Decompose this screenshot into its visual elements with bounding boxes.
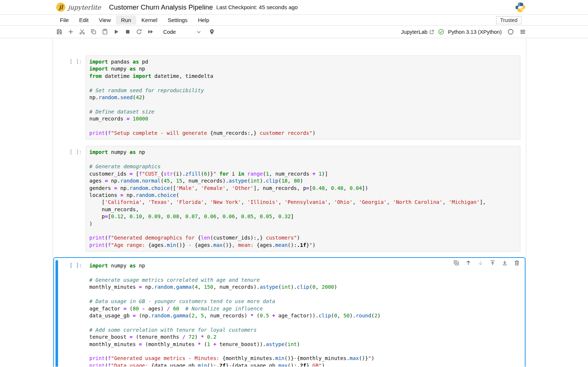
- menu-item-settings[interactable]: Settings: [162, 15, 193, 25]
- kernel-name[interactable]: Python 3.13 (XPython): [448, 29, 502, 35]
- insert-cell-above-button[interactable]: [489, 259, 496, 266]
- duplicate-cell-button[interactable]: [452, 259, 460, 266]
- notebook-cell[interactable]: [ ]:import pandas as pdimport numpy as n…: [53, 53, 526, 142]
- code-token: =: [130, 334, 133, 340]
- menu-item-kernel[interactable]: Kernel: [136, 15, 162, 25]
- menu-item-edit[interactable]: Edit: [74, 15, 94, 25]
- code-token: np.: [108, 178, 121, 184]
- code-token: numpy: [108, 149, 130, 155]
- code-token: /: [167, 306, 170, 312]
- cell-editor[interactable]: import numpy as np # Generate demographi…: [86, 146, 520, 252]
- code-line: print(f"Setup complete - will generate {…: [89, 130, 517, 137]
- code-line: num_records,: [89, 206, 517, 213]
- cell-type-select[interactable]: Code: [163, 29, 201, 35]
- cell-editor[interactable]: import pandas as pdimport numpy as npfro…: [86, 55, 520, 140]
- code-token: # Generate demographics: [89, 163, 161, 169]
- code-token: "Setup complete - will generate: [111, 130, 210, 136]
- code-token: data_usage_gb: [89, 313, 133, 319]
- chevron-down-icon: [196, 29, 201, 35]
- insert-cell-below-button[interactable]: [501, 259, 508, 266]
- cell-drag-handle[interactable]: [55, 260, 58, 367]
- code-line: age_factor = (80 - ages) / 60 # Normaliz…: [89, 305, 517, 312]
- move-cell-up-button[interactable]: [465, 259, 472, 266]
- code-token: ): [142, 94, 145, 100]
- code-token: ): [334, 284, 337, 290]
- menu-item-help[interactable]: Help: [193, 15, 214, 25]
- paste-cells-button[interactable]: [101, 28, 109, 36]
- code-token: ([: [170, 185, 176, 191]
- code-token: ,: [337, 313, 343, 319]
- code-token: ,: [315, 284, 322, 290]
- code-token: {num_records:,}: [210, 130, 257, 136]
- notebook-title[interactable]: Customer Churn Analysis Pipeline: [109, 3, 213, 11]
- code-token: clip: [266, 178, 279, 184]
- code-token: ages: [89, 178, 105, 184]
- code-token: .1f: [297, 242, 306, 248]
- cut-cells-button[interactable]: [78, 28, 86, 36]
- delete-cell-button[interactable]: [513, 259, 520, 266]
- code-line: [89, 101, 517, 108]
- code-token: 0.05: [260, 213, 272, 219]
- trusted-button[interactable]: Trusted: [496, 16, 521, 24]
- code-token: =: [306, 185, 309, 191]
- code-token: ,: [278, 199, 284, 205]
- insert-cell-below-button[interactable]: [67, 28, 75, 36]
- code-token: [210, 341, 213, 347]
- code-token: gamma: [176, 284, 191, 290]
- code-token: ,: [198, 284, 204, 290]
- interrupt-kernel-button[interactable]: [124, 28, 132, 36]
- hamburger-menu-icon[interactable]: [520, 29, 526, 35]
- code-token: astype: [260, 284, 279, 290]
- cell-editor[interactable]: import numpy as np # Generate usage metr…: [86, 259, 520, 367]
- code-token: as: [130, 66, 136, 72]
- code-token: ],: [480, 199, 486, 205]
- code-token: 0.09: [148, 213, 161, 219]
- run-cell-button[interactable]: [112, 28, 121, 36]
- code-token: {ages.: [257, 242, 275, 248]
- notebook-cell-active[interactable]: [ ]:import numpy as np # Generate usage …: [53, 257, 526, 367]
- code-line: [89, 270, 517, 277]
- code-token: monthly_minutes: [89, 341, 139, 347]
- code-token: 150: [204, 284, 213, 290]
- code-line: ): [89, 220, 517, 227]
- code-token: as: [133, 59, 139, 65]
- open-in-jupyterlab-link[interactable]: JupyterLab: [401, 29, 434, 35]
- code-token: 0.12: [111, 213, 123, 219]
- plus-icon: [68, 29, 74, 35]
- code-token: ): [300, 178, 303, 184]
- code-token: (: [105, 363, 108, 367]
- copy-cells-button[interactable]: [90, 28, 98, 36]
- code-token: 0.32: [278, 213, 291, 219]
- code-token: ]: [291, 213, 294, 219]
- refresh-icon: [136, 29, 143, 35]
- restart-kernel-button[interactable]: [135, 28, 143, 36]
- code-token: =: [126, 116, 129, 122]
- menu-item-run[interactable]: Run: [116, 15, 136, 25]
- code-token: import: [89, 263, 108, 269]
- notebook-cell[interactable]: [ ]:import numpy as np # Generate demogr…: [53, 144, 526, 254]
- code-token: )}: [207, 171, 213, 177]
- code-token: -: [142, 306, 145, 312]
- code-token: ): [377, 313, 380, 319]
- code-token: print: [89, 355, 105, 361]
- menu-bar-items: FileEditViewRunKernelSettingsHelp: [55, 15, 214, 25]
- code-token: str: [164, 171, 173, 177]
- code-token: "Age range:: [111, 242, 148, 248]
- restart-run-all-button[interactable]: [147, 28, 155, 36]
- code-line: [89, 227, 517, 234]
- menu-item-file[interactable]: File: [55, 15, 74, 25]
- code-token: 15: [176, 178, 182, 184]
- code-line: from datetime import datetime, timedelta: [89, 73, 517, 80]
- marker-pin-icon[interactable]: [208, 28, 216, 36]
- code-token: [216, 171, 219, 177]
- save-button[interactable]: [55, 28, 64, 36]
- menu-item-view[interactable]: View: [94, 15, 116, 25]
- move-cell-down-button[interactable]: [477, 259, 484, 266]
- code-token: , num_records: [269, 171, 312, 177]
- code-token: ): [371, 355, 374, 361]
- code-token: f: [108, 363, 111, 367]
- external-link-icon: [429, 29, 434, 35]
- code-token: ": [213, 171, 216, 177]
- code-token: ,: [328, 199, 334, 205]
- code-token: np.: [123, 192, 136, 198]
